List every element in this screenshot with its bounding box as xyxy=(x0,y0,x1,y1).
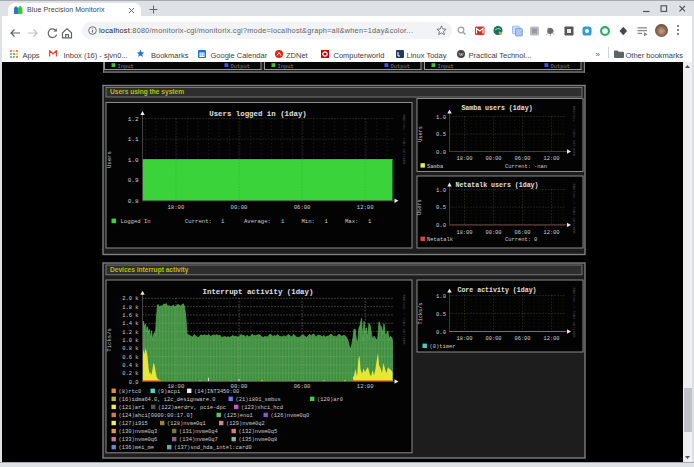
svg-text:(123)xhci_hcd: (123)xhci_hcd xyxy=(241,405,283,411)
svg-text:0.0: 0.0 xyxy=(436,329,447,336)
svg-text:(134)nvme0q7: (134)nvme0q7 xyxy=(179,437,218,443)
svg-text:0.5: 0.5 xyxy=(436,311,446,318)
svg-text:1.0: 1.0 xyxy=(436,293,447,300)
svg-text:(121)ar1: (121)ar1 xyxy=(119,405,145,411)
svg-text:18:00: 18:00 xyxy=(456,156,472,162)
svg-text:12:00: 12:00 xyxy=(543,336,559,342)
svg-text:1.0 k: 1.0 k xyxy=(122,338,138,344)
svg-text:2.0 k: 2.0 k xyxy=(122,296,138,302)
svg-text:(136)mei_me: (136)mei_me xyxy=(119,445,155,451)
svg-text:06:00: 06:00 xyxy=(514,230,530,236)
svg-text:Core activity (1day): Core activity (1day) xyxy=(457,287,536,294)
svg-text:(9)acpi: (9)acpi xyxy=(158,389,181,395)
svg-text:Output: Output xyxy=(391,64,410,70)
svg-text:Output: Output xyxy=(231,64,250,70)
svg-text:Netatalk: Netatalk xyxy=(427,237,453,243)
svg-text:Devices interrupt activity: Devices interrupt activity xyxy=(110,266,189,274)
svg-text:Logged In: Logged In xyxy=(121,218,151,225)
svg-text:Users using the system: Users using the system xyxy=(110,88,184,96)
svg-text:Input: Input xyxy=(438,64,454,70)
svg-text:Users: Users xyxy=(107,151,114,168)
svg-text:0.0: 0.0 xyxy=(436,222,447,229)
svg-text:18:00: 18:00 xyxy=(168,204,185,211)
svg-text:0.5: 0.5 xyxy=(436,131,446,138)
svg-text:(8)rtc0: (8)rtc0 xyxy=(119,389,142,395)
svg-text:1.2 k: 1.2 k xyxy=(122,330,138,336)
svg-text:Average:: Average: xyxy=(244,218,271,225)
svg-text:(124)ahci[0000:00:17.0]: (124)ahci[0000:00:17.0] xyxy=(119,413,193,419)
svg-text:00:00: 00:00 xyxy=(231,204,248,211)
svg-text:0.8 k: 0.8 k xyxy=(122,346,138,352)
svg-text:Samba users (1day): Samba users (1day) xyxy=(461,105,532,112)
svg-text:Current: 0: Current: 0 xyxy=(505,237,537,243)
svg-text:(130)nvme0q3: (130)nvme0q3 xyxy=(119,429,158,435)
svg-text:(14)INT3450:00: (14)INT3450:00 xyxy=(194,389,239,395)
svg-text:(21)i801_smbus: (21)i801_smbus xyxy=(236,397,281,403)
svg-text:Ticks/s: Ticks/s xyxy=(107,328,114,352)
svg-text:Ticks/s: Ticks/s xyxy=(418,303,424,325)
svg-text:Input: Input xyxy=(278,64,294,70)
svg-text:(129)nvme0q2: (129)nvme0q2 xyxy=(226,421,265,427)
svg-text:RRDTOOL / TOBI OETIKER: RRDTOOL / TOBI OETIKER xyxy=(572,183,576,234)
svg-text:12:00: 12:00 xyxy=(543,156,559,162)
svg-text:Samba: Samba xyxy=(427,164,444,170)
svg-text:06:00: 06:00 xyxy=(294,383,311,390)
svg-text:(0)timer: (0)timer xyxy=(430,344,456,350)
svg-text:Current:: Current: xyxy=(185,218,212,225)
svg-text:18:00: 18:00 xyxy=(456,336,472,342)
svg-text:1.6 k: 1.6 k xyxy=(122,313,138,319)
svg-text:Current: -nan: Current: -nan xyxy=(505,164,547,170)
svg-text:0.2 k: 0.2 k xyxy=(122,371,138,377)
svg-text:RRDTOOL / TOBI OETIKER: RRDTOOL / TOBI OETIKER xyxy=(402,294,406,345)
svg-text:1.0: 1.0 xyxy=(128,157,139,164)
svg-text:Max:: Max: xyxy=(345,218,358,225)
svg-text:Netatalk users (1day): Netatalk users (1day) xyxy=(455,182,538,189)
svg-text:Users: Users xyxy=(418,126,424,142)
svg-text:00:00: 00:00 xyxy=(485,230,501,236)
svg-text:(120)ar0: (120)ar0 xyxy=(317,397,343,403)
svg-text:06:00: 06:00 xyxy=(514,336,530,342)
svg-text:00:00: 00:00 xyxy=(485,336,501,342)
svg-text:12:00: 12:00 xyxy=(543,230,559,236)
svg-text:12:00: 12:00 xyxy=(357,383,374,390)
svg-text:1.4 k: 1.4 k xyxy=(122,321,138,327)
svg-text:Users: Users xyxy=(418,199,424,215)
svg-text:(125)eno1: (125)eno1 xyxy=(224,413,253,419)
svg-text:06:00: 06:00 xyxy=(514,156,530,162)
svg-text:RRDTOOL / TOBI OETIKER: RRDTOOL / TOBI OETIKER xyxy=(572,287,576,338)
svg-text:18:00: 18:00 xyxy=(456,230,472,236)
svg-text:0.4 k: 0.4 k xyxy=(122,363,138,369)
svg-text:(131)nvme0q4: (131)nvme0q4 xyxy=(179,429,218,435)
svg-text:12:00: 12:00 xyxy=(357,204,374,211)
svg-text:Min:: Min: xyxy=(302,218,315,225)
svg-text:RRDTOOL / TOBI OETIKER: RRDTOOL / TOBI OETIKER xyxy=(402,114,406,165)
svg-text:1.8 k: 1.8 k xyxy=(122,305,138,311)
svg-text:(135)nvme0q8: (135)nvme0q8 xyxy=(239,437,278,443)
svg-text:1.2: 1.2 xyxy=(128,116,139,123)
svg-text:0.9: 0.9 xyxy=(128,177,139,184)
svg-text:0.6 k: 0.6 k xyxy=(122,355,138,361)
svg-text:0.5: 0.5 xyxy=(436,204,446,211)
svg-text:(137)snd_hda_intel:card0: (137)snd_hda_intel:card0 xyxy=(174,445,252,451)
svg-text:1.0: 1.0 xyxy=(436,114,447,121)
svg-text:(126)nvme0q0: (126)nvme0q0 xyxy=(271,413,310,419)
svg-text:(133)nvme0q6: (133)nvme0q6 xyxy=(119,437,158,443)
svg-text:(128)nvme0q1: (128)nvme0q1 xyxy=(167,421,206,427)
svg-text:(122)aerdrv, pcie-dpc: (122)aerdrv, pcie-dpc xyxy=(158,405,226,411)
svg-text:0.0: 0.0 xyxy=(129,380,139,386)
svg-text:Output: Output xyxy=(551,64,570,70)
svg-text:Users logged in (1day): Users logged in (1day) xyxy=(209,110,307,118)
svg-text:Input: Input xyxy=(118,64,134,70)
svg-text:1.1: 1.1 xyxy=(128,136,139,143)
svg-text:(132)nvme0q5: (132)nvme0q5 xyxy=(239,429,278,435)
svg-text:Interrupt activity (1day): Interrupt activity (1day) xyxy=(203,288,314,296)
svg-text:06:00: 06:00 xyxy=(294,204,311,211)
svg-text:00:00: 00:00 xyxy=(485,156,501,162)
svg-text:RRDTOOL / TOBI OETIKER: RRDTOOL / TOBI OETIKER xyxy=(572,106,576,157)
svg-text:(16)idma64.0, i2c_designware.0: (16)idma64.0, i2c_designware.0 xyxy=(119,397,216,403)
svg-text:0.8: 0.8 xyxy=(128,198,139,205)
svg-text:(127)i915: (127)i915 xyxy=(119,421,148,427)
svg-text:1.0: 1.0 xyxy=(436,187,447,194)
svg-text:0.0: 0.0 xyxy=(436,149,447,156)
